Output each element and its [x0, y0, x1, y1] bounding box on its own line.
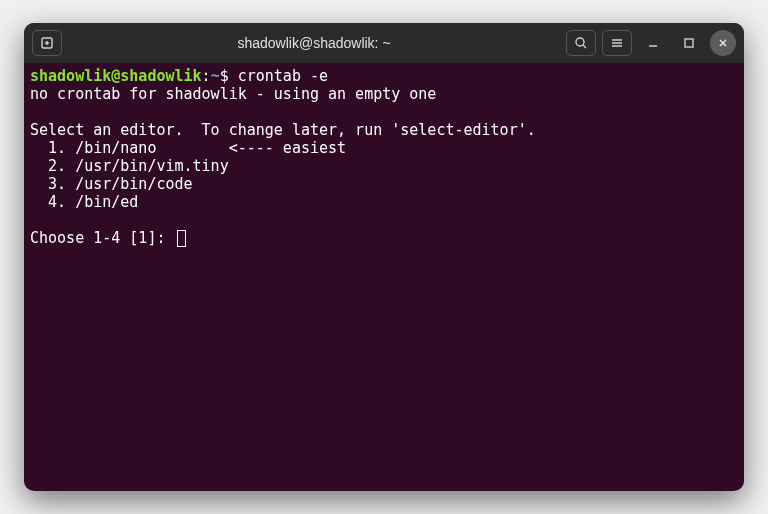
output-option-3: 3. /usr/bin/code	[30, 175, 193, 193]
output-option-1: 1. /bin/nano <---- easiest	[30, 139, 346, 157]
terminal-body[interactable]: shadowlik@shadowlik:~$ crontab -e no cro…	[24, 63, 744, 251]
close-button[interactable]	[710, 30, 736, 56]
menu-button[interactable]	[602, 30, 632, 56]
titlebar-left	[32, 30, 62, 56]
minimize-icon	[646, 36, 660, 50]
output-no-crontab: no crontab for shadowlik - using an empt…	[30, 85, 436, 103]
prompt-separator: :	[202, 67, 211, 85]
output-choose-prompt: Choose 1-4 [1]:	[30, 229, 175, 247]
minimize-button[interactable]	[638, 30, 668, 56]
new-tab-icon	[40, 36, 54, 50]
hamburger-icon	[610, 36, 624, 50]
command-input: crontab -e	[238, 67, 328, 85]
svg-point-1	[576, 38, 584, 46]
output-option-2: 2. /usr/bin/vim.tiny	[30, 157, 229, 175]
titlebar: shadowlik@shadowlik: ~	[24, 23, 744, 63]
terminal-cursor	[177, 230, 186, 247]
svg-rect-2	[685, 39, 693, 47]
close-icon	[717, 37, 729, 49]
maximize-button[interactable]	[674, 30, 704, 56]
titlebar-right	[566, 30, 736, 56]
new-tab-button[interactable]	[32, 30, 62, 56]
prompt-user-host: shadowlik@shadowlik	[30, 67, 202, 85]
prompt-path: ~	[211, 67, 220, 85]
maximize-icon	[682, 36, 696, 50]
terminal-window: shadowlik@shadowlik: ~	[24, 23, 744, 491]
output-select-editor: Select an editor. To change later, run '…	[30, 121, 536, 139]
search-button[interactable]	[566, 30, 596, 56]
prompt-symbol: $	[220, 67, 229, 85]
window-title: shadowlik@shadowlik: ~	[70, 35, 558, 51]
output-option-4: 4. /bin/ed	[30, 193, 138, 211]
search-icon	[574, 36, 588, 50]
